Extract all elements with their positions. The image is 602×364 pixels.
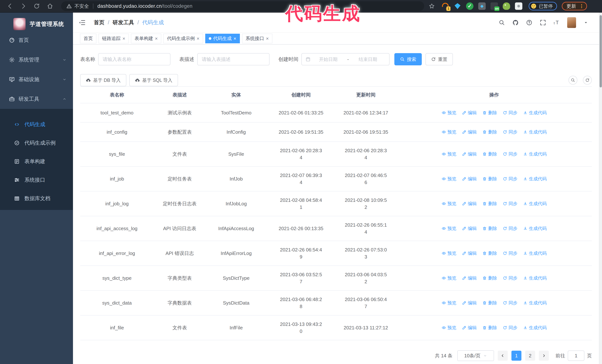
action-生成代码[interactable]: 生成代码 xyxy=(523,324,547,331)
action-同步[interactable]: 同步 xyxy=(503,200,517,207)
extension-grid-icon[interactable] xyxy=(478,2,486,10)
sidebar-item-系统管理[interactable]: 系统管理 xyxy=(0,50,73,70)
action-编辑[interactable]: 编辑 xyxy=(462,151,477,157)
action-同步[interactable]: 同步 xyxy=(503,175,517,182)
action-生成代码[interactable]: 生成代码 xyxy=(523,128,547,135)
table-desc-input[interactable] xyxy=(197,53,269,65)
action-生成代码[interactable]: 生成代码 xyxy=(523,299,547,306)
github-icon[interactable] xyxy=(512,20,519,26)
sidebar-item-首页[interactable]: 首页 xyxy=(0,30,73,50)
action-编辑[interactable]: 编辑 xyxy=(462,200,477,207)
goto-page-input[interactable] xyxy=(568,351,584,361)
action-预览[interactable]: 预览 xyxy=(441,200,456,207)
sidebar-subitem-数据库文档[interactable]: 数据库文档 xyxy=(0,189,73,208)
action-生成代码[interactable]: 生成代码 xyxy=(523,175,547,182)
action-生成代码[interactable]: 生成代码 xyxy=(523,250,547,257)
browser-back-icon[interactable] xyxy=(7,3,13,10)
action-生成代码[interactable]: 生成代码 xyxy=(523,109,547,116)
tab-链路追踪[interactable]: 链路追踪× xyxy=(98,34,129,43)
start-date-placeholder[interactable]: 开始日期 xyxy=(311,56,346,62)
fullscreen-icon[interactable] xyxy=(540,20,546,26)
browser-menu-icon[interactable] xyxy=(579,3,584,9)
search-button[interactable]: 搜索 xyxy=(394,53,422,65)
breadcrumb-devtools[interactable]: 研发工具 xyxy=(113,19,134,26)
action-同步[interactable]: 同步 xyxy=(503,275,517,282)
extension-onbadge-icon[interactable]: on xyxy=(491,2,498,10)
page-scrollbar[interactable] xyxy=(599,13,602,364)
action-删除[interactable]: 删除 xyxy=(482,175,497,182)
end-date-placeholder[interactable]: 结束日期 xyxy=(350,56,386,62)
breadcrumb-home[interactable]: 首页 xyxy=(94,19,105,26)
import-from-db-button[interactable]: 基于 DB 导入 xyxy=(80,74,126,86)
action-同步[interactable]: 同步 xyxy=(503,324,517,331)
table-name-input[interactable] xyxy=(98,53,171,65)
tab-表单构建[interactable]: 表单构建× xyxy=(131,34,161,43)
browser-forward-icon[interactable] xyxy=(20,3,27,10)
page-button-2[interactable]: 2 xyxy=(525,351,535,361)
action-预览[interactable]: 预览 xyxy=(441,175,456,182)
refresh-table-button[interactable] xyxy=(583,76,592,85)
extension-gem-icon[interactable] xyxy=(454,2,461,10)
bookmark-star-icon[interactable] xyxy=(429,3,435,9)
address-bar[interactable]: 不安全 dashboard.yudao.iocoder.cn/tool/code… xyxy=(61,1,424,11)
action-编辑[interactable]: 编辑 xyxy=(462,299,477,306)
sidebar-logo-row[interactable]: 芋道管理系统 xyxy=(0,13,73,30)
sidebar-subitem-代码生成示例[interactable]: 代码生成示例 xyxy=(0,134,73,152)
action-编辑[interactable]: 编辑 xyxy=(462,275,477,282)
sidebar-subitem-系统接口[interactable]: 系统接口 xyxy=(0,171,73,189)
action-删除[interactable]: 删除 xyxy=(482,128,497,135)
date-range-picker[interactable]: 开始日期 - 结束日期 xyxy=(301,53,389,65)
not-secure-warning-icon[interactable] xyxy=(66,3,72,9)
action-同步[interactable]: 同步 xyxy=(503,299,517,306)
action-删除[interactable]: 删除 xyxy=(482,151,497,157)
action-预览[interactable]: 预览 xyxy=(441,151,456,157)
action-预览[interactable]: 预览 xyxy=(441,275,456,282)
import-from-sql-button[interactable]: 基于 SQL 导入 xyxy=(129,74,178,86)
action-删除[interactable]: 删除 xyxy=(482,299,497,306)
action-编辑[interactable]: 编辑 xyxy=(462,109,477,116)
sidebar-toggle-icon[interactable] xyxy=(78,19,86,26)
action-删除[interactable]: 删除 xyxy=(482,275,497,282)
help-icon[interactable] xyxy=(526,20,532,26)
action-删除[interactable]: 删除 xyxy=(482,324,497,331)
action-预览[interactable]: 预览 xyxy=(441,250,456,257)
action-编辑[interactable]: 编辑 xyxy=(462,128,477,135)
next-page-button[interactable] xyxy=(539,351,549,361)
tab-首页[interactable]: 首页 xyxy=(80,34,96,43)
tab-系统接口[interactable]: 系统接口× xyxy=(242,34,272,43)
extension-check-icon[interactable] xyxy=(466,2,473,10)
action-生成代码[interactable]: 生成代码 xyxy=(523,151,547,157)
action-预览[interactable]: 预览 xyxy=(441,299,456,306)
tab-close-icon[interactable]: × xyxy=(155,36,158,41)
browser-home-icon[interactable] xyxy=(47,3,53,10)
action-同步[interactable]: 同步 xyxy=(503,128,517,135)
toggle-search-button[interactable] xyxy=(569,76,577,85)
action-生成代码[interactable]: 生成代码 xyxy=(523,275,547,282)
browser-reload-icon[interactable] xyxy=(33,3,40,10)
action-生成代码[interactable]: 生成代码 xyxy=(523,225,547,232)
action-删除[interactable]: 删除 xyxy=(482,250,497,257)
reset-button[interactable]: 重置 xyxy=(425,53,453,65)
sidebar-subitem-代码生成[interactable]: 代码生成 xyxy=(0,115,73,134)
action-同步[interactable]: 同步 xyxy=(503,225,517,232)
action-预览[interactable]: 预览 xyxy=(441,128,456,135)
tab-代码生成示例[interactable]: 代码生成示例× xyxy=(163,34,203,43)
tab-代码生成[interactable]: 代码生成× xyxy=(205,34,240,43)
action-编辑[interactable]: 编辑 xyxy=(462,225,477,232)
header-search-icon[interactable] xyxy=(499,20,505,26)
action-编辑[interactable]: 编辑 xyxy=(462,324,477,331)
browser-update-button[interactable]: 更新 xyxy=(562,2,587,10)
page-size-select[interactable]: 10条/页 xyxy=(457,350,494,361)
tab-close-icon[interactable]: × xyxy=(122,36,125,41)
action-编辑[interactable]: 编辑 xyxy=(462,250,477,257)
tab-close-icon[interactable]: × xyxy=(196,36,199,41)
page-button-1[interactable]: 1 xyxy=(511,351,521,361)
tab-close-icon[interactable]: × xyxy=(234,36,236,41)
scrollbar-thumb[interactable] xyxy=(600,15,602,87)
action-预览[interactable]: 预览 xyxy=(441,225,456,232)
action-删除[interactable]: 删除 xyxy=(482,225,497,232)
sidebar-subitem-表单构建[interactable]: 表单构建 xyxy=(0,152,73,171)
action-预览[interactable]: 预览 xyxy=(441,109,456,116)
action-删除[interactable]: 删除 xyxy=(482,109,497,116)
action-同步[interactable]: 同步 xyxy=(503,250,517,257)
